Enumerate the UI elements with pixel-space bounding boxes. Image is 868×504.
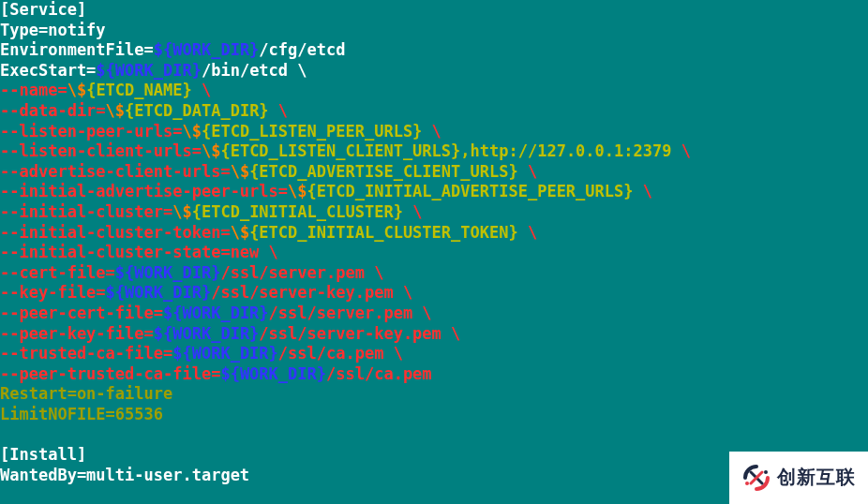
code-segment: {ETCD_INITIAL_ADVERTISE_PEER_URLS} [307, 182, 634, 200]
code-segment: \ [634, 182, 652, 200]
code-line: --name=\${ETCD_NAME} \ [0, 81, 211, 99]
code-segment: /cfg/etcd [259, 40, 345, 59]
code-segment: \$ [106, 101, 125, 120]
code-segment: \$ [67, 81, 86, 99]
code-segment: ${WORK_DIR} [172, 344, 278, 363]
code-line: ExecStart=${WORK_DIR}/bin/etcd \ [0, 61, 307, 80]
code-line: --initial-cluster-token=\${ETCD_INITIAL_… [0, 223, 537, 242]
code-segment: \$ [231, 162, 249, 181]
code-line: --peer-key-file=${WORK_DIR}/ssl/server-k… [0, 324, 460, 343]
code-segment: ExecStart= [0, 61, 96, 80]
code-line: --data-dir=\${ETCD_DATA_DIR} \ [0, 101, 288, 120]
code-segment: --cert-file= [0, 263, 115, 282]
code-segment: [Service] [0, 0, 86, 19]
code-segment: --key-file= [0, 283, 106, 302]
code-segment: --initial-cluster-state=new \ [0, 243, 278, 261]
code-segment: Restart=on-failure [0, 384, 172, 403]
code-segment: \$ [202, 141, 220, 160]
code-segment: \$ [288, 182, 307, 200]
code-segment: ${WORK_DIR} [106, 283, 212, 302]
code-segment: \ [671, 141, 690, 160]
code-segment: --advertise-client-urls= [0, 162, 231, 181]
code-block: [Service] Type=notify EnvironmentFile=${… [0, 0, 868, 485]
code-segment: --initial-advertise-peer-urls= [0, 182, 288, 200]
code-line: WantedBy=multi-user.target [0, 466, 249, 484]
code-segment: {ETCD_NAME} [86, 81, 192, 99]
code-segment: --listen-peer-urls= [0, 122, 182, 141]
watermark-logo-icon [741, 463, 771, 493]
code-line: --peer-cert-file=${WORK_DIR}/ssl/server.… [0, 304, 432, 322]
code-segment: /bin/etcd \ [202, 61, 307, 80]
code-segment: /ssl/server-key.pem \ [211, 283, 412, 302]
code-segment: ${WORK_DIR} [154, 324, 260, 343]
code-segment: ${WORK_DIR} [115, 263, 221, 282]
code-segment: --peer-key-file= [0, 324, 154, 343]
code-segment: \ [403, 202, 422, 221]
code-line: EnvironmentFile=${WORK_DIR}/cfg/etcd [0, 40, 345, 59]
code-segment: ${WORK_DIR} [220, 364, 326, 383]
code-segment: {ETCD_LISTEN_PEER_URLS} [202, 122, 422, 141]
code-line: --key-file=${WORK_DIR}/ssl/server-key.pe… [0, 283, 412, 302]
code-segment: ${WORK_DIR} [96, 61, 202, 80]
svg-point-1 [764, 470, 768, 474]
code-segment: --initial-cluster-token= [0, 223, 231, 242]
code-segment: \ [518, 223, 537, 242]
code-segment: \$ [172, 202, 191, 221]
code-segment: --peer-trusted-ca-file= [0, 364, 220, 383]
watermark: 创新互联 [729, 452, 868, 504]
code-segment: --peer-cert-file= [0, 304, 163, 322]
code-line: [Install] [0, 445, 86, 464]
code-segment: WantedBy=multi-user.target [0, 466, 249, 484]
code-segment: /ssl/ca.pem [326, 364, 432, 383]
code-line: Type=notify [0, 21, 106, 39]
code-segment: {ETCD_ADVERTISE_CLIENT_URLS} [249, 162, 518, 181]
code-segment: --data-dir= [0, 101, 106, 120]
svg-point-0 [745, 482, 749, 485]
code-segment: ${WORK_DIR} [154, 40, 260, 59]
code-segment: /ssl/ca.pem \ [278, 344, 403, 363]
code-line: --advertise-client-urls=\${ETCD_ADVERTIS… [0, 162, 537, 181]
code-line: --listen-client-urls=\${ETCD_LISTEN_CLIE… [0, 141, 691, 160]
code-segment: --trusted-ca-file= [0, 344, 172, 363]
code-segment: {ETCD_INITIAL_CLUSTER_TOKEN} [249, 223, 518, 242]
code-segment: --initial-cluster= [0, 202, 172, 221]
watermark-text: 创新互联 [777, 467, 856, 488]
code-segment: [Install] [0, 445, 86, 464]
code-line: --initial-cluster=\${ETCD_INITIAL_CLUSTE… [0, 202, 422, 221]
code-segment: /ssl/server-key.pem \ [259, 324, 460, 343]
code-segment: {ETCD_DATA_DIR} [125, 101, 269, 120]
code-segment: LimitNOFILE=65536 [0, 405, 163, 423]
code-line: --peer-trusted-ca-file=${WORK_DIR}/ssl/c… [0, 364, 432, 383]
code-segment: \$ [231, 223, 249, 242]
code-segment: ${WORK_DIR} [163, 304, 269, 322]
code-line: --cert-file=${WORK_DIR}/ssl/server.pem \ [0, 263, 383, 282]
code-segment: /ssl/server.pem \ [269, 304, 432, 322]
code-segment: \ [422, 122, 441, 141]
code-segment: Type=notify [0, 21, 106, 39]
code-line: --trusted-ca-file=${WORK_DIR}/ssl/ca.pem… [0, 344, 403, 363]
code-segment: EnvironmentFile= [0, 40, 154, 59]
code-line: Restart=on-failure [0, 384, 172, 403]
code-segment: --listen-client-urls= [0, 141, 202, 160]
code-line: LimitNOFILE=65536 [0, 405, 163, 423]
code-segment: \$ [182, 122, 201, 141]
code-segment: \ [269, 101, 288, 120]
code-segment: \ [192, 81, 211, 99]
code-line: --initial-cluster-state=new \ [0, 243, 278, 261]
code-line: --initial-advertise-peer-urls=\${ETCD_IN… [0, 182, 652, 200]
code-segment: \ [518, 162, 537, 181]
code-segment: /ssl/server.pem \ [220, 263, 383, 282]
code-line: [Service] [0, 0, 86, 19]
code-segment: {ETCD_INITIAL_CLUSTER} [192, 202, 403, 221]
code-segment: --name= [0, 81, 67, 99]
code-segment: {ETCD_LISTEN_CLIENT_URLS},http://127.0.0… [220, 141, 671, 160]
code-line: --listen-peer-urls=\${ETCD_LISTEN_PEER_U… [0, 122, 441, 141]
